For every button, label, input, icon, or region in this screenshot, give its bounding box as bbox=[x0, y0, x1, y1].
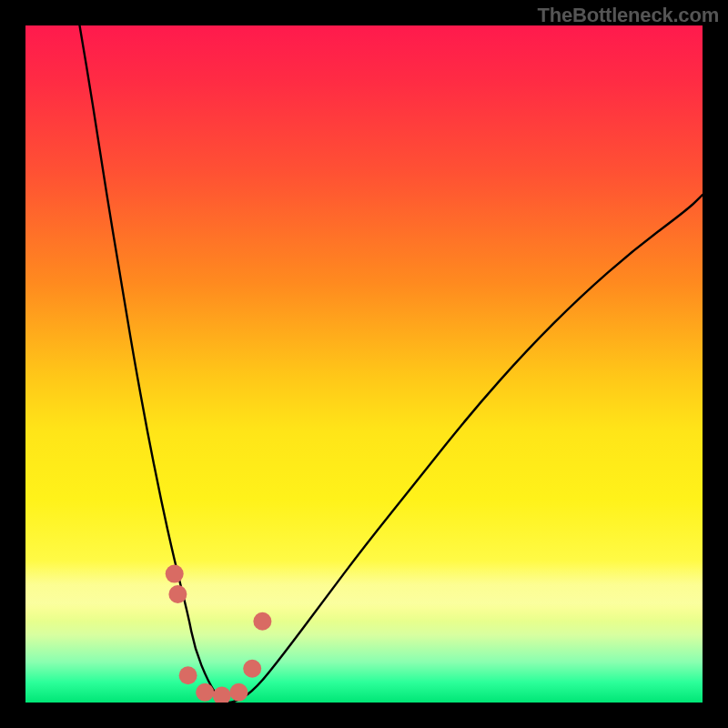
attribution-text: TheBottleneck.com bbox=[537, 4, 719, 27]
highlight-dot bbox=[253, 612, 271, 631]
highlight-dot bbox=[179, 666, 197, 684]
plot-area bbox=[25, 25, 703, 703]
chart-frame: TheBottleneck.com bbox=[0, 0, 728, 728]
highlight-dot bbox=[166, 565, 184, 583]
highlight-dot bbox=[168, 585, 187, 603]
highlight-dot bbox=[229, 683, 248, 702]
highlight-dot bbox=[196, 683, 214, 702]
highlight-dot bbox=[243, 660, 261, 678]
highlight-dot bbox=[213, 687, 231, 703]
curve-layer bbox=[25, 25, 703, 703]
